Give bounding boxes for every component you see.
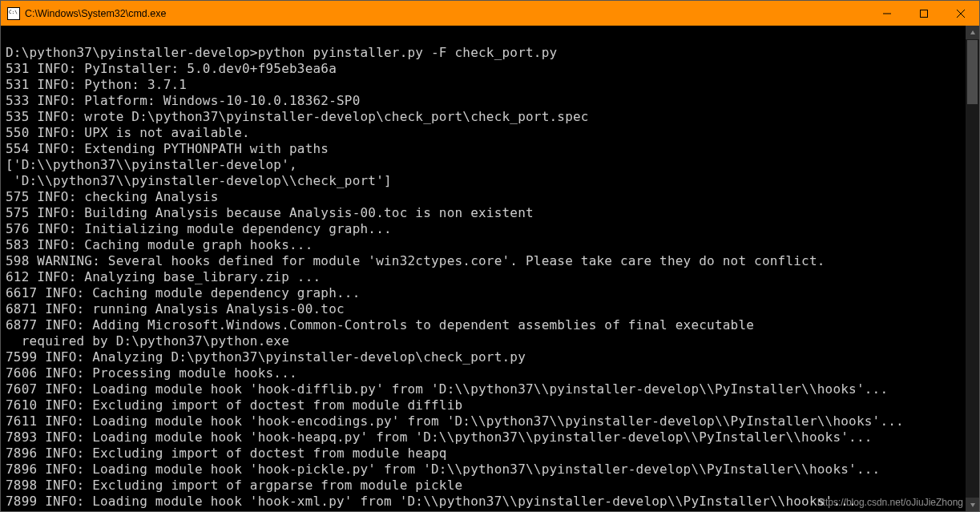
minimize-button[interactable] <box>869 1 905 26</box>
svg-marker-4 <box>970 30 975 34</box>
titlebar[interactable]: C:\Windows\System32\cmd.exe <box>1 1 979 26</box>
maximize-button[interactable] <box>905 1 942 26</box>
console-output[interactable]: D:\python37\pyinstaller-develop>python p… <box>1 26 966 511</box>
client-area: D:\python37\pyinstaller-develop>python p… <box>1 26 979 511</box>
window-controls <box>869 1 979 26</box>
scroll-thumb[interactable] <box>967 40 978 104</box>
vertical-scrollbar[interactable] <box>966 26 979 511</box>
cmd-icon <box>7 7 20 20</box>
cmd-window: C:\Windows\System32\cmd.exe D:\python37\… <box>0 0 980 512</box>
scroll-up-button[interactable] <box>966 26 979 39</box>
svg-rect-1 <box>921 10 928 17</box>
svg-marker-5 <box>970 503 975 507</box>
scroll-down-button[interactable] <box>966 498 979 511</box>
window-title: C:\Windows\System32\cmd.exe <box>25 8 869 19</box>
close-button[interactable] <box>942 1 979 26</box>
